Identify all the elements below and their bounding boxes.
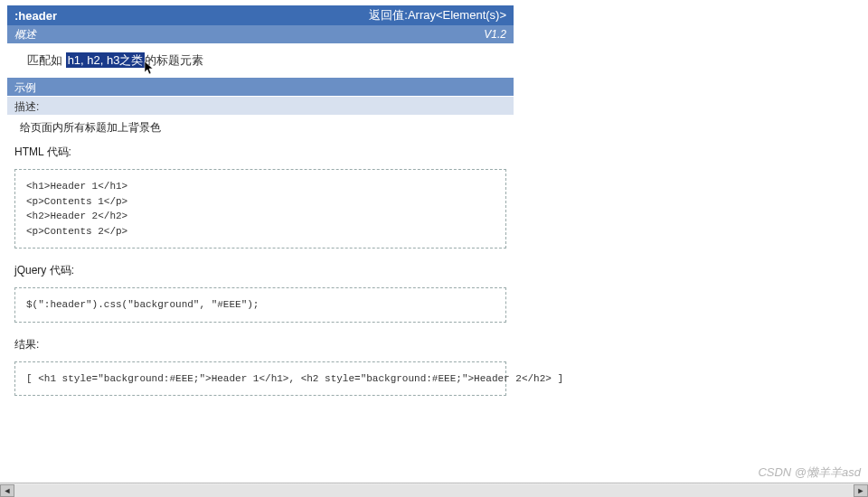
overview-bar: 概述 V1.2 — [7, 25, 514, 43]
desc-text: 给页面内所有标题加上背景色 — [7, 115, 514, 139]
match-description: 匹配如 h1, h2, h3之类的标题元素 — [7, 43, 514, 78]
api-title: :header — [14, 9, 57, 23]
html-label: HTML 代码: — [7, 139, 514, 164]
example-label: 示例 — [14, 81, 36, 94]
api-return-type: 返回值:Array<Element(s)> — [369, 7, 506, 23]
watermark-text: CSDN @懒羊羊asd — [758, 464, 861, 481]
scroll-right-arrow-icon[interactable]: ► — [854, 484, 868, 497]
match-highlight: h1, h2, h3之类 — [66, 52, 146, 68]
match-prefix: 匹配如 — [27, 53, 66, 67]
scroll-track[interactable] — [14, 484, 854, 497]
match-suffix: 的标题元素 — [145, 53, 203, 67]
doc-page: :header 返回值:Array<Element(s)> 概述 V1.2 匹配… — [7, 0, 514, 396]
jquery-label: jQuery 代码: — [7, 258, 514, 282]
scroll-left-arrow-icon[interactable]: ◄ — [0, 484, 14, 497]
overview-label: 概述 — [14, 27, 36, 42]
api-header-bar: :header 返回值:Array<Element(s)> — [7, 5, 514, 25]
html-code-block: <h1>Header 1</h1> <p>Contents 1</p> <h2>… — [14, 169, 506, 248]
horizontal-scrollbar[interactable]: ◄ ► — [0, 483, 868, 497]
desc-label: 描述: — [14, 100, 39, 113]
jquery-code-block: $(":header").css("background", "#EEE"); — [14, 287, 506, 323]
version-label: V1.2 — [484, 28, 506, 41]
result-code-block: [ <h1 style="background:#EEE;">Header 1<… — [14, 361, 506, 397]
desc-bar: 描述: — [7, 97, 514, 115]
result-label: 结果: — [7, 332, 514, 356]
example-bar: 示例 — [7, 78, 514, 96]
